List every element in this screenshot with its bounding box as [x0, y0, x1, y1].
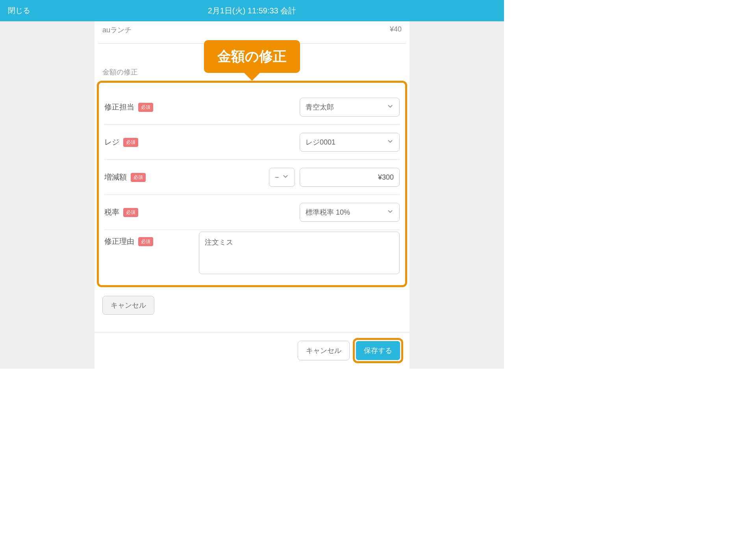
required-badge: 必須	[138, 103, 153, 112]
bottom-action-bar: キャンセル 保存する	[94, 332, 410, 369]
cancel-button-inline[interactable]: キャンセル	[102, 296, 154, 315]
chevron-down-icon	[387, 208, 394, 217]
required-badge: 必須	[138, 237, 153, 246]
amount-input[interactable]: ¥300	[300, 168, 400, 187]
app-header: 閉じる 2月1日(火) 11:59:33 会計	[0, 0, 504, 21]
row-amount: 増減額 必須 − ¥300	[104, 160, 400, 195]
reason-label: 修正理由	[104, 236, 134, 247]
item-price: ¥40	[390, 25, 402, 35]
save-button[interactable]: 保存する	[356, 341, 400, 360]
cancel-button[interactable]: キャンセル	[298, 341, 350, 360]
register-select[interactable]: レジ0001	[300, 133, 400, 152]
header-title: 2月1日(火) 11:59:33 会計	[208, 6, 296, 16]
sign-value: −	[275, 173, 279, 182]
tax-label: 税率	[104, 207, 119, 217]
required-badge: 必須	[123, 208, 138, 217]
close-button[interactable]: 閉じる	[8, 6, 30, 16]
chevron-down-icon	[387, 103, 394, 112]
tax-select[interactable]: 標準税率 10%	[300, 203, 400, 222]
sign-select[interactable]: −	[269, 168, 295, 187]
register-label: レジ	[104, 137, 119, 147]
required-badge: 必須	[131, 173, 146, 182]
assignee-select[interactable]: 青空太郎	[300, 98, 400, 117]
chevron-down-icon	[387, 138, 394, 147]
row-assignee: 修正担当 必須 青空太郎	[104, 90, 400, 125]
save-highlight: 保存する	[353, 338, 403, 363]
row-register: レジ 必須 レジ0001	[104, 125, 400, 160]
amount-value: ¥300	[378, 173, 394, 182]
tax-value: 標準税率 10%	[306, 208, 350, 217]
chevron-down-icon	[282, 173, 289, 182]
assignee-label: 修正担当	[104, 102, 134, 112]
content-area: auランチ ¥40 金額の修正 金額の修正 修正担当 必須 青空太郎	[0, 21, 504, 369]
amount-edit-form: 金額の修正 修正担当 必須 青空太郎 レジ 必須	[97, 81, 407, 287]
item-name: auランチ	[102, 25, 132, 35]
row-reason: 修正理由 必須	[104, 230, 400, 282]
main-panel: auランチ ¥40 金額の修正 金額の修正 修正担当 必須 青空太郎	[94, 21, 410, 369]
required-badge: 必須	[123, 138, 138, 147]
register-value: レジ0001	[306, 137, 335, 147]
amount-label: 増減額	[104, 172, 127, 182]
row-tax: 税率 必須 標準税率 10%	[104, 195, 400, 230]
assignee-value: 青空太郎	[306, 102, 334, 112]
callout-label: 金額の修正	[204, 40, 300, 73]
reason-textarea[interactable]	[199, 232, 400, 274]
